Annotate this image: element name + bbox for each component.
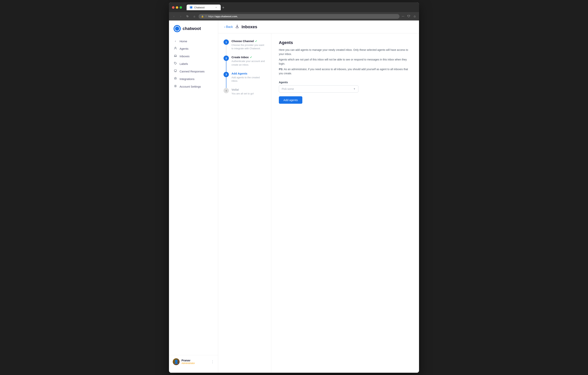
agents-desc-1: Here you can add agents to manage your n… bbox=[279, 48, 411, 56]
tab-close-button[interactable]: × bbox=[215, 6, 218, 9]
step-3-circle: 3 bbox=[223, 72, 229, 77]
step-1-desc: Choose the provider you want to integrat… bbox=[231, 44, 266, 50]
step-2-circle: 2 bbox=[223, 55, 229, 61]
agents-ps-text: As an administrator, if you need access … bbox=[279, 68, 408, 75]
sidebar-nav: ‹ Home Agents bbox=[169, 38, 218, 355]
step-3-title: Add Agents bbox=[231, 72, 266, 75]
agents-heading: Agents bbox=[279, 40, 411, 45]
agents-select[interactable]: Pick some ▼ bbox=[279, 85, 358, 92]
user-info: Pranav Administrator bbox=[181, 359, 209, 364]
maximize-traffic-light[interactable] bbox=[179, 6, 182, 9]
back-label: Back bbox=[226, 25, 233, 29]
page-header: ‹ Back Inboxes bbox=[218, 21, 419, 33]
svg-marker-3 bbox=[174, 77, 177, 79]
page-body: 1 Choose Channel ✓ Choose the provider y… bbox=[218, 33, 419, 373]
sidebar-item-label: Integrations bbox=[179, 77, 194, 81]
back-chevron-icon: ‹ bbox=[224, 25, 225, 29]
step-1-circle: 1 bbox=[223, 39, 229, 45]
sidebar-item-home[interactable]: ‹ Home bbox=[169, 38, 218, 45]
svg-point-0 bbox=[175, 47, 176, 48]
tab-favicon bbox=[190, 6, 193, 9]
bookmark-icon[interactable]: ☆ bbox=[413, 14, 417, 19]
logo-icon bbox=[174, 25, 181, 32]
step-4-content: Voila! You are all set to go! bbox=[231, 88, 254, 95]
step-1-check: ✓ bbox=[255, 40, 257, 43]
sidebar-item-canned-responses[interactable]: Canned Responses bbox=[169, 67, 218, 75]
agents-panel: Agents Here you can add agents to manage… bbox=[271, 33, 419, 373]
step-add-agents: 3 Add Agents Add agents to the created i… bbox=[223, 72, 266, 83]
step-choose-channel: 1 Choose Channel ✓ Choose the provider y… bbox=[223, 39, 266, 50]
integrations-icon bbox=[174, 77, 177, 81]
back-nav-button[interactable]: ‹ bbox=[171, 14, 177, 19]
home-icon: ‹ bbox=[174, 39, 177, 43]
add-agents-button[interactable]: Add agents bbox=[279, 96, 302, 104]
logo-text: chatwoot bbox=[183, 26, 201, 31]
url-display: https://app.chatwoot.com, bbox=[208, 15, 238, 18]
browser-titlebar: Chatwoot × + bbox=[169, 2, 419, 12]
agents-desc-ps: PS: As an administrator, if you need acc… bbox=[279, 67, 411, 76]
step-3-content: Add Agents Add agents to the created inb… bbox=[231, 72, 266, 83]
minimize-traffic-light[interactable] bbox=[176, 6, 178, 9]
svg-point-4 bbox=[175, 86, 176, 87]
more-options-button[interactable]: ··· bbox=[401, 14, 405, 19]
page-title: Inboxes bbox=[242, 24, 257, 29]
sidebar-item-label: Account Settings bbox=[179, 85, 201, 88]
account-settings-icon bbox=[174, 85, 177, 88]
user-menu-button[interactable]: ⋮ bbox=[211, 360, 214, 364]
user-role: Administrator bbox=[181, 362, 209, 364]
reload-button[interactable]: ↻ bbox=[185, 14, 190, 19]
traffic-lights bbox=[172, 6, 182, 9]
sidebar-item-label: Labels bbox=[179, 62, 188, 66]
sidebar-item-inboxes[interactable]: Inboxes bbox=[169, 52, 218, 60]
step-4-number: 4 bbox=[225, 89, 227, 92]
step-2-content: Create Inbox ✓ Authenticate your account… bbox=[231, 55, 266, 66]
wizard-panel: 1 Choose Channel ✓ Choose the provider y… bbox=[218, 33, 271, 373]
browser-tabs: Chatwoot × + bbox=[187, 5, 226, 10]
agents-select-placeholder: Pick some bbox=[282, 88, 294, 90]
browser-window: Chatwoot × + ‹ › ↻ ⌂ 🔒 🛡 https://app.cha… bbox=[169, 2, 419, 373]
sidebar-item-label: Agents bbox=[179, 47, 189, 50]
sidebar-item-label: Home bbox=[179, 40, 187, 43]
inboxes-icon bbox=[174, 54, 177, 58]
step-4-circle: 4 bbox=[223, 88, 229, 93]
new-tab-button[interactable]: + bbox=[221, 6, 226, 10]
home-button[interactable]: ⌂ bbox=[192, 14, 197, 19]
step-1-title: Choose Channel ✓ bbox=[231, 39, 266, 43]
step-4-title: Voila! bbox=[231, 88, 254, 91]
sidebar-user: Pranav Administrator ⋮ bbox=[169, 355, 218, 368]
svg-point-1 bbox=[175, 63, 175, 63]
tab-title: Chatwoot bbox=[194, 6, 205, 9]
shield-icon: 🛡 bbox=[205, 15, 207, 17]
close-traffic-light[interactable] bbox=[172, 6, 174, 9]
sidebar-item-label: Canned Responses bbox=[179, 70, 205, 73]
sidebar-item-label: Inboxes bbox=[179, 55, 190, 58]
step-1-content: Choose Channel ✓ Choose the provider you… bbox=[231, 39, 266, 50]
sidebar-item-account-settings[interactable]: Account Settings bbox=[169, 83, 218, 90]
agents-icon bbox=[174, 47, 177, 50]
step-2-check: ✓ bbox=[250, 56, 252, 59]
sidebar-item-agents[interactable]: Agents bbox=[169, 45, 218, 52]
sidebar-logo: chatwoot bbox=[169, 25, 218, 32]
lock-icon: 🔒 bbox=[201, 15, 204, 18]
step-3-number: 3 bbox=[225, 73, 227, 76]
step-voila: 4 Voila! You are all set to go! bbox=[223, 88, 266, 95]
step-2-title: Create Inbox ✓ bbox=[231, 55, 266, 59]
toolbar-actions: ··· 🛡 ☆ bbox=[401, 14, 417, 19]
avatar bbox=[173, 358, 179, 365]
browser-toolbar: ‹ › ↻ ⌂ 🔒 🛡 https://app.chatwoot.com, ··… bbox=[169, 12, 419, 21]
app-layout: chatwoot ‹ Home Agents bbox=[169, 21, 419, 373]
user-name: Pranav bbox=[181, 359, 209, 362]
sidebar-item-labels[interactable]: Labels bbox=[169, 60, 218, 67]
address-bar[interactable]: 🔒 🛡 https://app.chatwoot.com, bbox=[199, 14, 399, 19]
download-icon bbox=[235, 24, 239, 29]
sidebar-item-integrations[interactable]: Integrations bbox=[169, 75, 218, 83]
svg-rect-2 bbox=[174, 70, 177, 71]
step-3-desc: Add agents to the created inbox. bbox=[231, 76, 266, 83]
agents-form: Agents Pick some ▼ Add agents bbox=[279, 81, 411, 104]
toolbar-shield-icon: 🛡 bbox=[407, 14, 411, 19]
step-2-desc: Authenticate your account and create an … bbox=[231, 60, 266, 66]
forward-nav-button[interactable]: › bbox=[178, 14, 183, 19]
back-button[interactable]: ‹ Back bbox=[224, 25, 233, 29]
active-tab[interactable]: Chatwoot × bbox=[187, 5, 221, 10]
canned-responses-icon bbox=[174, 69, 177, 73]
